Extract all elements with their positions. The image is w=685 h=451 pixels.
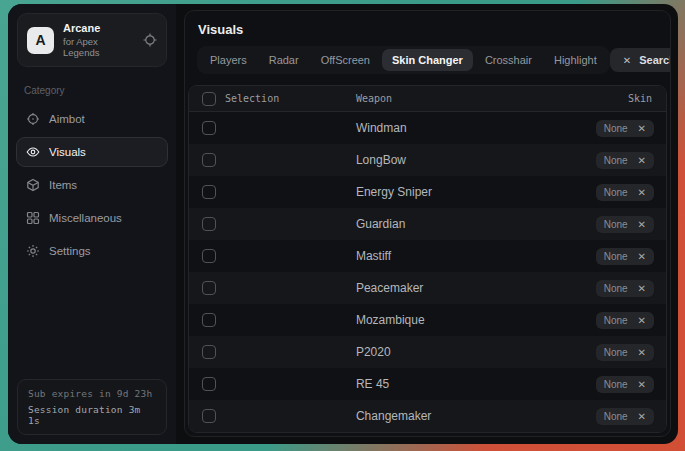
close-icon[interactable]: ✕	[638, 411, 646, 422]
app-subtitle: for Apex Legends	[63, 36, 134, 58]
tab-strip: Players Radar OffScreen Skin Changer	[197, 46, 610, 74]
table-body: Windman None ✕ LongBow None	[189, 112, 666, 432]
selection-column-header: Selection	[225, 93, 279, 104]
subscription-info-box: Sub expires in 9d 23h Session duration 3…	[17, 379, 167, 435]
main-area: Visuals Players Radar OffScreen	[176, 4, 678, 444]
sidebar-nav: Aimbot Visuals Items Miscellaneous	[8, 104, 176, 266]
visuals-panel: Visuals Players Radar OffScreen	[184, 10, 671, 437]
tab[interactable]: Crosshair	[475, 49, 542, 71]
search-button-label: Search	[639, 54, 671, 66]
row-checkbox[interactable]	[202, 409, 216, 423]
tab[interactable]: OffScreen	[311, 49, 380, 71]
category-label: Category	[24, 85, 160, 96]
target-icon	[26, 112, 40, 126]
selection-header-cell: Selection	[189, 92, 279, 106]
search-button[interactable]: ✕ Search	[610, 48, 671, 72]
table-row: Energy Sniper None ✕	[189, 176, 666, 208]
table-row: RE 45 None ✕	[189, 368, 666, 400]
page-title: Visuals	[185, 11, 670, 46]
sidebar-nav-item[interactable]: Settings	[16, 236, 168, 266]
row-checkbox[interactable]	[202, 249, 216, 263]
table-row: Windman None ✕	[189, 112, 666, 144]
grid-icon	[26, 211, 40, 225]
skin-badge[interactable]: None ✕	[596, 152, 654, 169]
skin-badge[interactable]: None ✕	[596, 248, 654, 265]
close-icon[interactable]: ✕	[638, 155, 646, 166]
close-icon[interactable]: ✕	[638, 379, 646, 390]
close-icon[interactable]: ✕	[638, 187, 646, 198]
app-header-card: A Arcane for Apex Legends	[17, 13, 167, 67]
row-checkbox[interactable]	[202, 377, 216, 391]
skin-badge[interactable]: None ✕	[596, 312, 654, 329]
table-row: Guardian None ✕	[189, 208, 666, 240]
row-checkbox[interactable]	[202, 153, 216, 167]
tab[interactable]: Players	[200, 49, 257, 71]
close-icon[interactable]: ✕	[638, 251, 646, 262]
close-icon[interactable]: ✕	[638, 283, 646, 294]
app-logo: A	[27, 27, 54, 54]
table-row: P2020 None ✕	[189, 336, 666, 368]
tab[interactable]: Highlight	[544, 49, 607, 71]
skin-badge[interactable]: None ✕	[596, 216, 654, 233]
sidebar-nav-item[interactable]: Items	[16, 170, 168, 200]
skin-column-header: Skin	[628, 93, 666, 104]
tab[interactable]: Skin Changer	[382, 49, 473, 71]
crosshair-icon[interactable]	[143, 33, 157, 47]
skin-badge[interactable]: None ✕	[596, 120, 654, 137]
close-icon[interactable]: ✕	[638, 123, 646, 134]
sub-expiry-text: Sub expires in 9d 23h	[28, 388, 156, 399]
skin-badge[interactable]: None ✕	[596, 344, 654, 361]
row-checkbox[interactable]	[202, 281, 216, 295]
row-checkbox[interactable]	[202, 185, 216, 199]
search-icon: ✕	[623, 55, 631, 66]
tab[interactable]: Radar	[259, 49, 309, 71]
sidebar-nav-item[interactable]: Aimbot	[16, 104, 168, 134]
select-all-checkbox[interactable]	[202, 92, 216, 106]
eye-icon	[26, 145, 40, 159]
app-name: Arcane	[63, 22, 134, 34]
cube-icon	[26, 178, 40, 192]
weapon-column-header: Weapon	[356, 93, 392, 104]
sidebar-nav-item[interactable]: Miscellaneous	[16, 203, 168, 233]
skin-changer-table: Selection Weapon Skin Windman None ✕	[188, 85, 667, 433]
tabs-row: Players Radar OffScreen Skin Changer	[197, 46, 658, 74]
sidebar: A Arcane for Apex Legends Category Aimbo…	[8, 4, 176, 444]
skin-badge[interactable]: None ✕	[596, 280, 654, 297]
row-checkbox[interactable]	[202, 345, 216, 359]
table-row: Mastiff None ✕	[189, 240, 666, 272]
row-checkbox[interactable]	[202, 217, 216, 231]
row-checkbox[interactable]	[202, 121, 216, 135]
table-header: Selection Weapon Skin	[189, 86, 666, 112]
sidebar-nav-item[interactable]: Visuals	[16, 137, 168, 167]
close-icon[interactable]: ✕	[638, 347, 646, 358]
table-row: Mozambique None ✕	[189, 304, 666, 336]
close-icon[interactable]: ✕	[638, 315, 646, 326]
table-row: Changemaker None ✕	[189, 400, 666, 432]
skin-badge[interactable]: None ✕	[596, 408, 654, 425]
row-checkbox[interactable]	[202, 313, 216, 327]
table-row: Peacemaker None ✕	[189, 272, 666, 304]
app-window: A Arcane for Apex Legends Category Aimbo…	[8, 4, 678, 444]
gear-icon	[26, 244, 40, 258]
app-meta: Arcane for Apex Legends	[63, 22, 134, 58]
skin-badge[interactable]: None ✕	[596, 184, 654, 201]
session-duration-text: Session duration 3m 1s	[28, 404, 156, 426]
close-icon[interactable]: ✕	[638, 219, 646, 230]
table-row: LongBow None ✕	[189, 144, 666, 176]
skin-badge[interactable]: None ✕	[596, 376, 654, 393]
